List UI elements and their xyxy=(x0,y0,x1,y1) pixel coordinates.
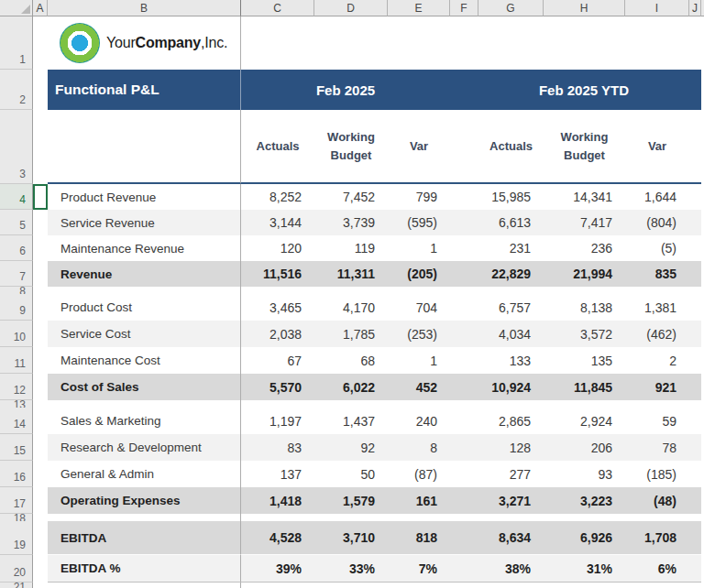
cell-value[interactable]: 93 xyxy=(544,461,625,487)
cell-value[interactable]: 135 xyxy=(544,347,625,374)
cell[interactable] xyxy=(33,235,48,261)
row-number[interactable]: 5 xyxy=(0,210,33,235)
cell[interactable] xyxy=(689,235,701,261)
cell-value[interactable]: 11,311 xyxy=(314,261,388,287)
col-header-e[interactable]: E xyxy=(388,0,450,16)
col-header-h[interactable]: H xyxy=(544,0,625,16)
cell-value[interactable]: (595) xyxy=(388,210,450,235)
cell-value[interactable]: 240 xyxy=(388,408,450,434)
cell[interactable] xyxy=(689,294,701,321)
cell-value[interactable]: 133 xyxy=(478,347,544,374)
row-number-collapsed[interactable]: 13 xyxy=(0,400,33,408)
cell[interactable] xyxy=(33,110,48,184)
cell-value[interactable]: 1,708 xyxy=(625,521,689,555)
cell-value[interactable]: 3,572 xyxy=(544,321,625,347)
cell[interactable] xyxy=(478,16,544,70)
col-header-d[interactable]: D xyxy=(314,0,388,16)
row-number[interactable]: 12 xyxy=(0,374,33,400)
cell-value[interactable]: (87) xyxy=(388,461,450,487)
cell[interactable] xyxy=(689,374,701,400)
cell-value[interactable]: 68 xyxy=(314,347,388,374)
cell-value[interactable]: 6,022 xyxy=(314,374,388,400)
cell-value[interactable]: 92 xyxy=(314,434,388,461)
cell-value[interactable]: 1,381 xyxy=(625,294,689,321)
cell-value[interactable]: 2,865 xyxy=(478,408,544,434)
row-number-collapsed[interactable]: 21 xyxy=(0,583,33,588)
col-header-b[interactable]: B xyxy=(48,0,241,16)
cell-value[interactable]: 83 xyxy=(241,434,314,461)
cell-value[interactable]: 8,252 xyxy=(241,184,314,210)
cell-value[interactable]: 137 xyxy=(241,461,314,487)
cell-value[interactable]: 818 xyxy=(388,521,450,555)
row-number[interactable]: 17 xyxy=(0,487,33,514)
cell[interactable] xyxy=(314,16,388,70)
cell[interactable] xyxy=(689,70,701,110)
row-label[interactable]: Service Cost xyxy=(48,321,241,347)
var-header[interactable]: Var xyxy=(388,110,450,184)
cell[interactable] xyxy=(48,110,241,184)
cell-value[interactable]: (48) xyxy=(625,487,689,514)
col-header-g[interactable]: G xyxy=(478,0,544,16)
cell[interactable] xyxy=(689,261,701,287)
cell-value[interactable]: 4,528 xyxy=(241,521,314,555)
cell-value[interactable]: 452 xyxy=(388,374,450,400)
row-number-collapsed[interactable]: 8 xyxy=(0,287,33,294)
cell[interactable] xyxy=(450,16,478,70)
cell-value[interactable]: 921 xyxy=(625,374,689,400)
cell-value[interactable]: 1,644 xyxy=(625,184,689,210)
cell-value[interactable]: 4,170 xyxy=(314,294,388,321)
cell[interactable] xyxy=(625,16,689,70)
cell[interactable] xyxy=(450,408,478,434)
cell[interactable] xyxy=(388,16,450,70)
cell-value[interactable]: 1,579 xyxy=(314,487,388,514)
cell-value[interactable]: 277 xyxy=(478,461,544,487)
cell[interactable] xyxy=(450,261,478,287)
actuals-header[interactable]: Actuals xyxy=(241,110,314,184)
cell[interactable] xyxy=(33,210,48,235)
cell[interactable] xyxy=(689,408,701,434)
cell-value[interactable]: 6,926 xyxy=(544,521,625,555)
row-number[interactable]: 15 xyxy=(0,434,33,461)
cell-value[interactable]: (804) xyxy=(625,210,689,235)
row-label[interactable]: Service Revenue xyxy=(48,210,241,235)
cell[interactable] xyxy=(544,16,625,70)
row-number[interactable]: 19 xyxy=(0,521,33,555)
col-header-f[interactable]: F xyxy=(450,0,478,16)
cell-value[interactable]: 8 xyxy=(388,434,450,461)
cell-value[interactable]: 1,437 xyxy=(314,408,388,434)
actuals-header[interactable]: Actuals xyxy=(478,110,544,184)
row-label[interactable]: Cost of Sales xyxy=(48,374,241,400)
cell-value[interactable]: 799 xyxy=(388,184,450,210)
cell-value[interactable]: 21,994 xyxy=(544,261,625,287)
cell-value[interactable]: 6% xyxy=(625,555,689,583)
row-number[interactable]: 1 xyxy=(0,16,33,70)
cell-value[interactable]: (185) xyxy=(625,461,689,487)
cell-value[interactable]: 3,144 xyxy=(241,210,314,235)
cell[interactable] xyxy=(689,210,701,235)
cell-value[interactable]: 1,197 xyxy=(241,408,314,434)
cell-value[interactable]: 8,138 xyxy=(544,294,625,321)
cell-value[interactable]: 8,634 xyxy=(478,521,544,555)
cell-value[interactable]: 161 xyxy=(388,487,450,514)
row-label[interactable]: EBITDA xyxy=(48,521,241,555)
cell-value[interactable]: 7% xyxy=(388,555,450,583)
cell[interactable] xyxy=(450,487,478,514)
cell-value[interactable]: 5,570 xyxy=(241,374,314,400)
cell[interactable] xyxy=(450,184,478,210)
cell-value[interactable]: (253) xyxy=(388,321,450,347)
row-number[interactable]: 10 xyxy=(0,321,33,347)
cell-value[interactable]: 39% xyxy=(241,555,314,583)
var-header[interactable]: Var xyxy=(625,110,689,184)
period-header-cell[interactable]: Feb 2025 xyxy=(241,70,450,110)
cell[interactable] xyxy=(33,294,48,321)
row-number[interactable]: 14 xyxy=(0,408,33,434)
cell-value[interactable]: 15,985 xyxy=(478,184,544,210)
cell[interactable] xyxy=(33,374,48,400)
cell-value[interactable]: 50 xyxy=(314,461,388,487)
row-label[interactable]: Maintenance Revenue xyxy=(48,235,241,261)
cell[interactable] xyxy=(450,210,478,235)
row-label[interactable]: EBITDA % xyxy=(48,555,241,583)
cell[interactable] xyxy=(33,70,48,110)
cell[interactable] xyxy=(33,16,48,70)
cell-value[interactable]: 231 xyxy=(478,235,544,261)
